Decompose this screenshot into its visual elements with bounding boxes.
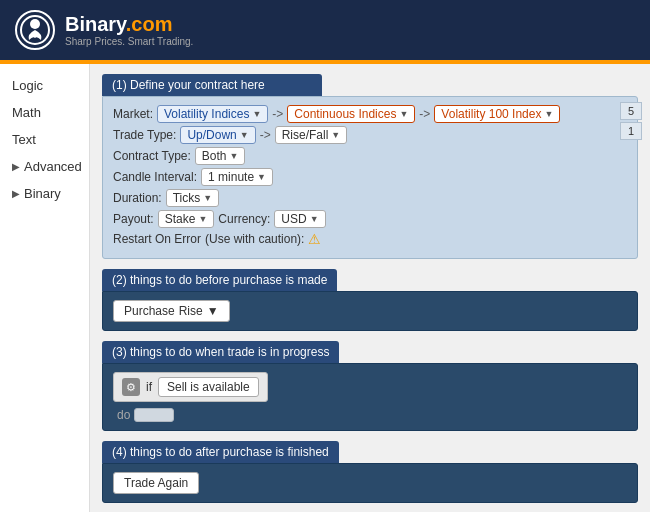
sidebar-label-logic: Logic <box>12 78 43 93</box>
caret-icon-5: ▼ <box>331 130 340 140</box>
do-row: do <box>113 408 627 422</box>
main-layout: Logic Math Text ▶ Advanced ▶ Binary (1) … <box>0 64 650 512</box>
payout-label: Payout: <box>113 212 154 226</box>
section-define-body: Market: Volatility Indices ▼ -> Continuo… <box>102 96 638 259</box>
caret-icon-7: ▼ <box>257 172 266 182</box>
sidebar-label-math: Math <box>12 105 41 120</box>
trade-again-button[interactable]: Trade Again <box>113 472 199 494</box>
section-during-trade: (3) things to do when trade is in progre… <box>102 341 638 431</box>
sidebar: Logic Math Text ▶ Advanced ▶ Binary <box>0 64 90 512</box>
if-label: if <box>146 380 152 394</box>
sidebar-item-math[interactable]: Math <box>0 99 89 126</box>
trade-type-row: Trade Type: Up/Down ▼ -> Rise/Fall ▼ <box>113 126 627 144</box>
arrow-icon-advanced: ▶ <box>12 161 20 172</box>
section-define-header: (1) Define your contract here <box>102 74 322 96</box>
candle-label: Candle Interval: <box>113 170 197 184</box>
sell-available-button[interactable]: Sell is available <box>158 377 259 397</box>
contract-type-dropdown[interactable]: Both ▼ <box>195 147 246 165</box>
candle-interval-row: Candle Interval: 1 minute ▼ <box>113 168 627 186</box>
contract-type-row: Contract Type: Both ▼ <box>113 147 627 165</box>
warning-icon: ⚠ <box>308 231 321 247</box>
section-before-body: Purchase Rise ▼ <box>102 291 638 331</box>
section-during-body: ⚙ if Sell is available do <box>102 363 638 431</box>
restart-note: (Use with caution): <box>205 232 304 246</box>
market-row: Market: Volatility Indices ▼ -> Continuo… <box>113 105 627 123</box>
counter-1[interactable]: 1 <box>620 122 642 140</box>
continuous-indices-dropdown[interactable]: Continuous Indices ▼ <box>287 105 415 123</box>
caret-icon-4: ▼ <box>240 130 249 140</box>
caret-icon-3: ▼ <box>544 109 553 119</box>
gear-button[interactable]: ⚙ <box>122 378 140 396</box>
rise-fall-dropdown[interactable]: Rise/Fall ▼ <box>275 126 348 144</box>
currency-dropdown[interactable]: USD ▼ <box>274 210 325 228</box>
caret-icon-8: ▼ <box>203 193 212 203</box>
caret-icon: ▼ <box>252 109 261 119</box>
purchase-rise-button[interactable]: Purchase Rise ▼ <box>113 300 230 322</box>
payout-row: Payout: Stake ▼ Currency: USD ▼ <box>113 210 627 228</box>
arrow-sep-1: -> <box>272 107 283 121</box>
section-during-header: (3) things to do when trade is in progre… <box>102 341 339 363</box>
trade-type-label: Trade Type: <box>113 128 176 142</box>
restart-error-row: Restart On Error (Use with caution): ⚠ <box>113 231 627 247</box>
restart-label: Restart On Error <box>113 232 201 246</box>
currency-label: Currency: <box>218 212 270 226</box>
caret-icon-10: ▼ <box>310 214 319 224</box>
counter-column: 5 1 <box>620 102 642 140</box>
if-block: ⚙ if Sell is available <box>113 372 268 402</box>
payout-dropdown[interactable]: Stake ▼ <box>158 210 215 228</box>
caret-icon-2: ▼ <box>399 109 408 119</box>
contract-type-label: Contract Type: <box>113 149 191 163</box>
purchase-label: Purchase <box>124 304 175 318</box>
market-label: Market: <box>113 107 153 121</box>
header: Binary.com Sharp Prices. Smart Trading. <box>0 0 650 60</box>
caret-icon-9: ▼ <box>198 214 207 224</box>
caret-icon-purchase: ▼ <box>207 304 219 318</box>
sidebar-label-advanced: Advanced <box>24 159 82 174</box>
logo-text-block: Binary.com Sharp Prices. Smart Trading. <box>65 13 193 47</box>
logo-name: Binary.com <box>65 13 193 36</box>
counter-5[interactable]: 5 <box>620 102 642 120</box>
sidebar-item-text[interactable]: Text <box>0 126 89 153</box>
volatility-index-dropdown[interactable]: Volatility 100 Index ▼ <box>434 105 560 123</box>
arrow-sep-2: -> <box>419 107 430 121</box>
sidebar-item-logic[interactable]: Logic <box>0 72 89 99</box>
logo-icon <box>15 10 55 50</box>
arrow-sep-3: -> <box>260 128 271 142</box>
duration-row: Duration: Ticks ▼ <box>113 189 627 207</box>
section-after-header: (4) things to do after purchase is finis… <box>102 441 339 463</box>
logo-tagline: Sharp Prices. Smart Trading. <box>65 36 193 47</box>
do-label: do <box>117 408 130 422</box>
section-after-body: Trade Again <box>102 463 638 503</box>
section-before-purchase: (2) things to do before purchase is made… <box>102 269 638 331</box>
duration-label: Duration: <box>113 191 162 205</box>
do-placeholder <box>134 408 174 422</box>
sidebar-label-binary: Binary <box>24 186 61 201</box>
duration-dropdown[interactable]: Ticks ▼ <box>166 189 219 207</box>
trade-type-dropdown[interactable]: Up/Down ▼ <box>180 126 255 144</box>
sidebar-item-binary[interactable]: ▶ Binary <box>0 180 89 207</box>
rise-label: Rise <box>179 304 203 318</box>
sidebar-label-text: Text <box>12 132 36 147</box>
candle-interval-dropdown[interactable]: 1 minute ▼ <box>201 168 273 186</box>
sidebar-item-advanced[interactable]: ▶ Advanced <box>0 153 89 180</box>
section-before-header: (2) things to do before purchase is made <box>102 269 337 291</box>
market-dropdown[interactable]: Volatility Indices ▼ <box>157 105 268 123</box>
arrow-icon-binary: ▶ <box>12 188 20 199</box>
svg-point-1 <box>30 19 40 29</box>
main-content: (1) Define your contract here Market: Vo… <box>90 64 650 512</box>
section-after-purchase: (4) things to do after purchase is finis… <box>102 441 638 503</box>
section-define-contract: (1) Define your contract here Market: Vo… <box>102 74 638 259</box>
caret-icon-6: ▼ <box>230 151 239 161</box>
